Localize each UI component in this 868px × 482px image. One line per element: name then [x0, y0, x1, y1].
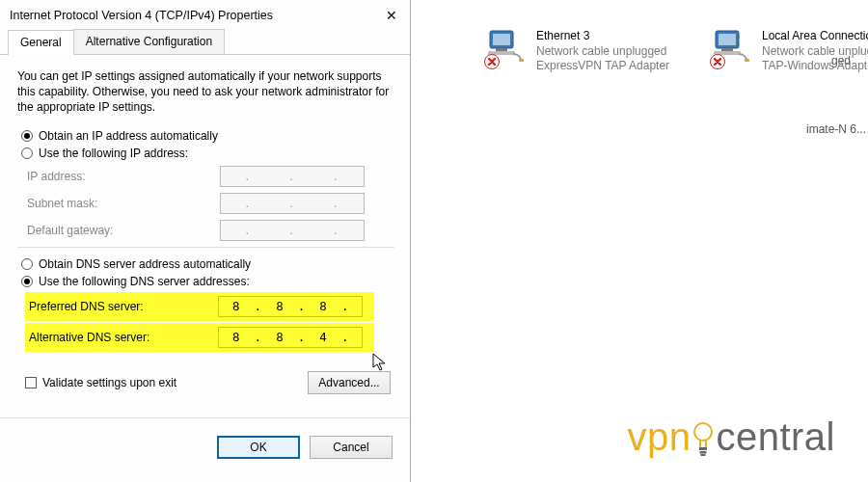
radio-obtain-ip-auto[interactable]: Obtain an IP address automatically: [21, 129, 394, 143]
advanced-button[interactable]: Advanced...: [308, 371, 391, 394]
alternative-dns-input[interactable]: [218, 327, 363, 348]
radio-label: Obtain DNS server address automatically: [39, 257, 251, 271]
tab-strip: General Alternative Configuration: [0, 29, 410, 55]
svg-rect-2: [496, 48, 507, 51]
checkbox-label: Validate settings upon exit: [42, 376, 176, 389]
close-icon[interactable]: ✕: [383, 8, 400, 23]
lightbulb-icon: [692, 420, 714, 459]
adapter-name: Ethernet 3: [536, 29, 669, 44]
dns-group: Obtain DNS server address automatically …: [17, 247, 394, 352]
field-ip-address: IP address:: [27, 166, 394, 187]
network-adapter-icon: [712, 29, 754, 67]
adapter-text: Local Area Connectio Network cable unplu…: [762, 29, 868, 74]
svg-rect-14: [700, 451, 707, 454]
radio-use-ip-manual[interactable]: Use the following IP address:: [21, 147, 394, 160]
truncated-text: imate-N 6...: [806, 122, 866, 136]
radio-icon: [21, 258, 33, 270]
adapter-device: TAP-Windows Adapte: [762, 59, 868, 74]
radio-icon: [21, 147, 33, 159]
tab-alternative-configuration[interactable]: Alternative Configuration: [73, 29, 225, 54]
svg-rect-10: [745, 59, 749, 62]
radio-label: Use the following IP address:: [39, 147, 188, 160]
subnet-mask-input: [220, 193, 365, 214]
adapter-status: Network cable unplugged: [536, 44, 669, 60]
svg-point-12: [694, 423, 712, 441]
error-badge-icon: [710, 54, 725, 69]
radio-obtain-dns-auto[interactable]: Obtain DNS server address automatically: [21, 257, 394, 271]
background-network-connections: ged imate-N 6... E: [411, 0, 868, 482]
field-label: Alternative DNS server:: [29, 331, 218, 344]
dialog-titlebar: Internet Protocol Version 4 (TCP/IPv4) P…: [0, 0, 410, 33]
svg-rect-8: [721, 48, 733, 51]
watermark-left: vpn: [627, 415, 691, 459]
field-label: Default gateway:: [27, 224, 220, 237]
field-label: Preferred DNS server:: [29, 300, 218, 313]
vpncentral-watermark: vpn central: [627, 415, 835, 459]
svg-rect-13: [699, 447, 707, 450]
radio-dot-icon: [21, 276, 33, 287]
field-subnet-mask: Subnet mask:: [27, 193, 394, 214]
checkbox-icon: [25, 377, 37, 388]
adapter-device: ExpressVPN TAP Adapter: [536, 59, 669, 74]
validate-row: Validate settings upon exit Advanced...: [21, 371, 391, 394]
checkbox-validate-on-exit[interactable]: Validate settings upon exit: [25, 376, 176, 389]
ipv4-properties-dialog: Internet Protocol Version 4 (TCP/IPv4) P…: [0, 0, 411, 482]
radio-label: Obtain an IP address automatically: [39, 129, 218, 143]
tab-general[interactable]: General: [8, 30, 74, 55]
dialog-title: Internet Protocol Version 4 (TCP/IPv4) P…: [10, 9, 273, 22]
intro-text: You can get IP settings assigned automat…: [17, 68, 394, 116]
svg-rect-1: [493, 34, 510, 45]
adapter-ethernet-3[interactable]: Ethernet 3 Network cable unplugged Expre…: [486, 29, 708, 74]
field-label: IP address:: [27, 170, 220, 183]
adapter-status: Network cable unplug: [762, 44, 868, 60]
svg-rect-4: [519, 59, 524, 62]
adapter-local-area-connection[interactable]: Local Area Connectio Network cable unplu…: [712, 29, 868, 74]
cancel-button[interactable]: Cancel: [310, 436, 393, 459]
field-label: Subnet mask:: [27, 197, 220, 210]
error-badge-icon: [484, 54, 500, 69]
radio-label: Use the following DNS server addresses:: [39, 275, 250, 288]
network-adapter-icon: [486, 29, 529, 67]
field-default-gateway: Default gateway:: [27, 220, 394, 241]
radio-dot-icon: [21, 130, 33, 142]
field-alternative-dns: Alternative DNS server:: [29, 327, 372, 348]
field-preferred-dns: Preferred DNS server:: [29, 296, 372, 317]
ok-button[interactable]: OK: [217, 436, 300, 459]
radio-use-dns-manual[interactable]: Use the following DNS server addresses:: [21, 275, 394, 288]
preferred-dns-input[interactable]: [218, 296, 363, 317]
svg-rect-15: [701, 454, 706, 456]
adapter-name: Local Area Connectio: [762, 29, 868, 44]
default-gateway-input: [220, 220, 365, 241]
svg-rect-7: [719, 34, 736, 45]
adapter-text: Ethernet 3 Network cable unplugged Expre…: [536, 29, 669, 74]
tab-general-pane: You can get IP settings assigned automat…: [0, 55, 410, 404]
ip-address-input: [220, 166, 365, 187]
dialog-button-row: OK Cancel: [0, 417, 410, 459]
watermark-right: central: [716, 415, 835, 459]
